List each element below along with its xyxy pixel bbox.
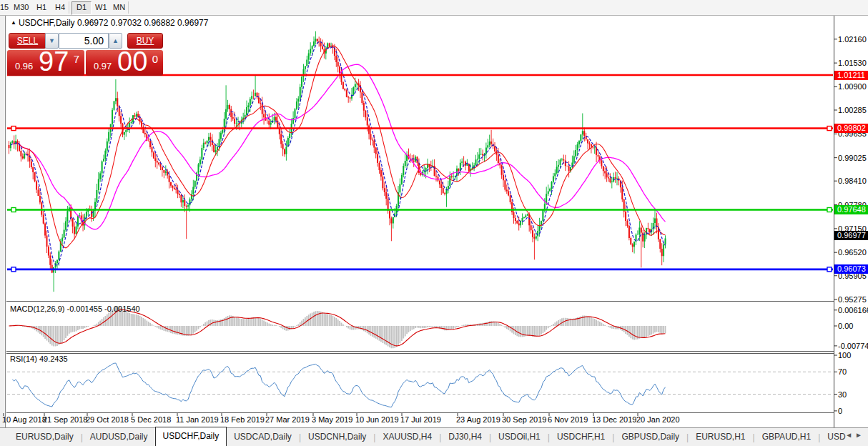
level-handle-left[interactable] bbox=[11, 127, 16, 131]
date-axis-label: 18 Feb 2019 bbox=[220, 415, 265, 424]
date-axis-label: 13 Dec 2019 bbox=[592, 415, 636, 424]
chart-tab-usdoil-h1[interactable]: USDOil,H1 bbox=[491, 429, 548, 446]
price-axis-label: 1.01530 bbox=[838, 59, 867, 67]
date-axis-label: 3 May 2019 bbox=[312, 415, 352, 424]
tab-scroll-left-icon[interactable]: ◄ bbox=[845, 431, 855, 439]
chart-tab-usdcnh-daily[interactable]: USDCNH,Daily bbox=[301, 429, 373, 446]
rsi-axis-label: 70 bbox=[838, 367, 847, 376]
chart-tab-dj30-h4[interactable]: DJ30,H4 bbox=[441, 429, 489, 446]
ma-slow-line bbox=[16, 64, 665, 229]
current-price-tag: 0.96977 bbox=[834, 231, 868, 240]
date-axis-label: 20 Jan 2020 bbox=[636, 415, 680, 424]
macd-axis-label: 0.006166 bbox=[838, 306, 868, 314]
date-axis-label: 27 Mar 2019 bbox=[265, 415, 310, 424]
chart-tab-audusd-daily[interactable]: AUDUSD,Daily bbox=[83, 429, 155, 446]
date-axis-label: 17 Jul 2019 bbox=[400, 415, 441, 424]
collapse-arrow-icon[interactable]: ▲ bbox=[11, 19, 16, 26]
rsi-line bbox=[12, 363, 665, 407]
macd-axis-label: 0.00 bbox=[838, 322, 853, 330]
ohlc-text: 0.96972 0.97032 0.96882 0.96977 bbox=[77, 18, 209, 28]
chart-tab-eurusd-h1[interactable]: EURUSD,H1 bbox=[689, 429, 752, 446]
tab-scroll-arrows: ◄► bbox=[845, 431, 865, 439]
macd-indicator-label: MACD(12,26,9) -0.001455 -0.001540 bbox=[10, 304, 140, 313]
rsi-axis-label: 0 bbox=[838, 407, 842, 415]
date-axis-label: 29 Oct 2018 bbox=[86, 415, 129, 424]
level-price-tag: 0.97648 bbox=[834, 205, 868, 214]
level-handle-right[interactable] bbox=[827, 208, 832, 212]
chart-tab-usdcad-daily[interactable]: USDCAD,Daily bbox=[227, 429, 299, 446]
chart-tab-gbpaud-h1[interactable]: GBPAUD,H1 bbox=[755, 429, 818, 446]
sell-price-prefix: 0.96 bbox=[15, 61, 33, 71]
price-axis-label: 1.02160 bbox=[838, 35, 867, 44]
mt4-terminal-window: 15M30H1H4D1W1MN ▲USDCHF,Daily 0.96972 0.… bbox=[0, 0, 868, 446]
chart-tab-gbpusd-daily[interactable]: GBPUSD,Daily bbox=[614, 429, 686, 446]
date-axis-label: 6 Nov 2019 bbox=[548, 415, 588, 424]
chart-tab-usdchf-h1[interactable]: USDCHF,H1 bbox=[550, 429, 612, 446]
chart-symbol-label: USDCHF,Daily bbox=[19, 18, 75, 28]
price-axis-label: 0.96520 bbox=[838, 248, 867, 257]
chart-tab-usdchf-daily[interactable]: USDCHF,Daily bbox=[155, 427, 227, 446]
date-axis-label: 30 Sep 2019 bbox=[502, 415, 546, 424]
price-axis-label: 1.00900 bbox=[838, 82, 867, 91]
level-price-tag: 1.01211 bbox=[834, 71, 868, 80]
price-axis-label: 0.95275 bbox=[838, 295, 867, 304]
date-axis-label: 21 Sep 2018 bbox=[43, 415, 87, 424]
buy-price-box[interactable]: 0.97 00 0 bbox=[86, 50, 163, 76]
date-axis-label: 23 Aug 2019 bbox=[456, 415, 500, 424]
price-axis-label: 0.98410 bbox=[838, 177, 867, 185]
date-axis-label: 10 Jun 2019 bbox=[355, 415, 399, 424]
price-axis-label: 1.00285 bbox=[838, 106, 867, 114]
one-click-trading-panel: SELL ▼ 5.00 ▲ BUY 0.96 97 7 0.97 00 0 bbox=[7, 33, 163, 76]
level-handle-right[interactable] bbox=[827, 267, 832, 272]
sell-price-pip: 7 bbox=[74, 53, 79, 65]
date-axis-label: 5 Dec 2018 bbox=[131, 415, 171, 424]
rsi-axis-label: 30 bbox=[838, 390, 847, 399]
buy-price-prefix: 0.97 bbox=[94, 61, 112, 71]
rsi-axis-label: 100 bbox=[838, 351, 851, 360]
rsi-indicator-label: RSI(14) 49.2435 bbox=[10, 355, 68, 363]
level-handle-left[interactable] bbox=[11, 267, 16, 272]
price-axis-label: 0.99025 bbox=[838, 154, 867, 162]
macd-axis-label: -0.007745 bbox=[838, 342, 868, 350]
level-price-tag: 0.99802 bbox=[834, 124, 868, 133]
sell-price-main: 97 bbox=[39, 46, 69, 77]
date-axis-label: 11 Jan 2019 bbox=[176, 415, 219, 424]
tab-scroll-right-icon[interactable]: ► bbox=[855, 431, 865, 439]
buy-price-pip: 0 bbox=[152, 53, 158, 65]
chart-tab-eurusd-daily[interactable]: EURUSD,Daily bbox=[9, 429, 81, 446]
level-handle-left[interactable] bbox=[11, 208, 16, 212]
level-price-tag: 0.96073 bbox=[834, 264, 868, 274]
chart-tab-xauusd-h4[interactable]: XAUUSD,H4 bbox=[375, 429, 439, 446]
ma-mid-line bbox=[12, 46, 665, 248]
level-handle-right[interactable] bbox=[827, 127, 832, 131]
buy-price-main: 00 bbox=[117, 46, 147, 77]
date-axis-label: 10 Aug 2018 bbox=[2, 415, 46, 424]
sell-price-box[interactable]: 0.96 97 7 bbox=[7, 50, 84, 76]
chart-title: ▲USDCHF,Daily 0.96972 0.97032 0.96882 0.… bbox=[11, 18, 208, 28]
chart-tab-bar: EURUSD,Daily|AUDUSD,DailyUSDCHF,DailyUSD… bbox=[0, 427, 868, 446]
